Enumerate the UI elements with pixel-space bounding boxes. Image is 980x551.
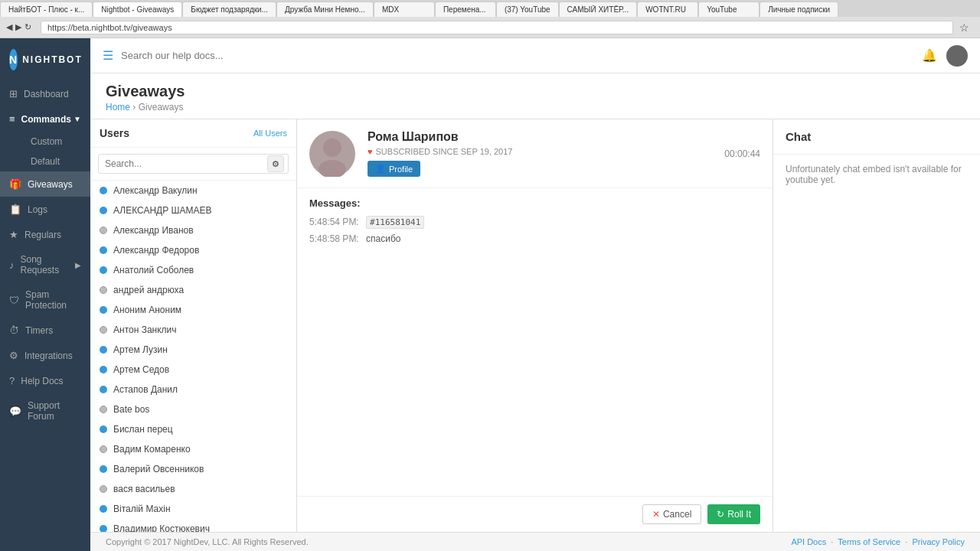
tab-active[interactable]: Nightbot - Giveaways — [93, 2, 182, 17]
chat-header: Chat — [773, 119, 980, 155]
avatar — [309, 131, 355, 177]
sidebar-item-custom[interactable]: Custom — [21, 132, 90, 152]
refresh-btn[interactable]: ↻ — [24, 22, 31, 32]
sidebar-item-giveaways[interactable]: 🎁 Giveaways — [0, 171, 90, 197]
page-footer: Copyright © 2017 NightDev, LLC. All Righ… — [90, 532, 980, 551]
users-title: Users — [100, 127, 129, 139]
sidebar-item-commands[interactable]: ≡ Commands ▼ — [0, 106, 90, 132]
sidebar-item-help-docs[interactable]: ? Help Docs — [0, 368, 90, 393]
chevron-down-icon: ▼ — [74, 115, 81, 123]
list-item[interactable]: Александр Иванов — [90, 220, 296, 240]
list-item[interactable]: Александр Вакулин — [90, 181, 296, 201]
list-item[interactable]: Антон Занклич — [90, 320, 296, 340]
tab-5[interactable]: MDX — [374, 2, 435, 17]
profile-panel: Рома Шарипов ♥ SUBSCRIBED SINCE SEP 19, … — [297, 119, 773, 532]
profile-button[interactable]: 👤 Profile — [368, 161, 420, 177]
tab-8[interactable]: САМЫЙ ХИТЁР... — [559, 2, 638, 17]
user-name: Александр Вакулин — [113, 185, 198, 196]
list-item[interactable]: Валерий Овсенников — [90, 459, 296, 479]
list-item[interactable]: вася васильев — [90, 479, 296, 499]
back-btn[interactable]: ◀ — [6, 22, 12, 32]
sidebar-item-support-forum[interactable]: 💬 Support Forum — [0, 393, 90, 429]
menu-icon[interactable]: ☰ — [103, 48, 113, 63]
tab-10[interactable]: YouTube — [698, 2, 760, 17]
tab-6[interactable]: Перемена... — [435, 2, 496, 17]
subscribed-since: SUBSCRIBED SINCE SEP 19, 2017 — [376, 147, 513, 156]
bell-icon[interactable]: 🔔 — [922, 48, 937, 63]
sidebar-item-timers[interactable]: ⏱ Timers — [0, 318, 90, 343]
sidebar-item-default[interactable]: Default — [21, 152, 90, 171]
sidebar-logo: N NIGHTBOT — [0, 38, 90, 81]
api-docs-link[interactable]: API Docs — [791, 537, 826, 546]
user-avatar[interactable] — [946, 45, 968, 67]
tab-3[interactable]: Бюджет подзарядки... — [182, 2, 276, 17]
user-name: Віталій Махін — [113, 504, 171, 514]
sidebar-item-logs[interactable]: 📋 Logs — [0, 197, 90, 222]
user-name: АЛЕКСАНДР ШАМАЕВ — [113, 205, 212, 216]
user-status-dot — [100, 187, 107, 194]
list-item[interactable]: Вадим Комаренко — [90, 439, 296, 459]
tab-7[interactable]: (37) YouTube — [496, 2, 559, 17]
user-name: Аноним Аноним — [113, 305, 181, 315]
user-status-dot — [100, 366, 107, 373]
sidebar-item-integrations[interactable]: ⚙ Integrations — [0, 343, 90, 368]
logo-text: NIGHTBOT — [22, 54, 83, 65]
sidebar-label-regulars: Regulars — [24, 230, 61, 240]
user-status-dot — [100, 485, 107, 493]
sidebar-item-song-requests[interactable]: ♪ Song Requests ▶ — [0, 247, 90, 282]
privacy-link[interactable]: Privacy Policy — [913, 537, 965, 546]
profile-info: Рома Шарипов ♥ SUBSCRIBED SINCE SEP 19, … — [368, 130, 724, 177]
tab-11[interactable]: Личные подписки — [760, 2, 838, 17]
cancel-button[interactable]: ✕ Cancel — [642, 504, 701, 524]
search-input[interactable] — [121, 50, 351, 61]
roll-it-button[interactable]: ↻ Roll It — [707, 504, 760, 524]
breadcrumb-home[interactable]: Home — [106, 102, 130, 112]
timers-icon: ⏱ — [9, 324, 19, 336]
list-item[interactable]: Віталій Махін — [90, 499, 296, 519]
list-item[interactable]: Артем Седов — [90, 360, 296, 380]
sidebar-item-regulars[interactable]: ★ Regulars — [0, 222, 90, 247]
page-title: Giveaways — [106, 83, 965, 100]
list-item[interactable]: Бислан перец — [90, 419, 296, 439]
header-right: 🔔 — [922, 45, 968, 67]
list-item[interactable]: Александр Федоров — [90, 240, 296, 260]
message-time-2: 5:48:58 PM: — [309, 233, 359, 244]
list-item[interactable]: АЛЕКСАНДР ШАМАЕВ — [90, 201, 296, 220]
list-item[interactable]: Анатолий Соболев — [90, 260, 296, 280]
list-item[interactable]: Астапов Данил — [90, 380, 296, 399]
address-bar[interactable]: https://beta.nightbot.tv/giveaways — [41, 21, 953, 34]
forward-btn[interactable]: ▶ — [15, 22, 21, 32]
user-name: Антон Занклич — [113, 324, 177, 335]
user-name: вася васильев — [113, 484, 175, 494]
profile-name: Рома Шарипов — [368, 130, 724, 144]
tab-1[interactable]: НайтБОТ - Плюс - к... — [0, 2, 93, 17]
copyright-text: Copyright © 2017 NightDev, LLC. All Righ… — [106, 537, 309, 546]
tab-bar: НайтБОТ - Плюс - к... Nightbot - Giveawa… — [0, 0, 980, 17]
user-status-dot — [100, 326, 107, 334]
user-search-icon-button[interactable]: ⚙ — [267, 155, 284, 172]
list-item[interactable]: Владимир Костюкевич — [90, 519, 296, 532]
message-item-1: 5:48:54 PM: #116581041 — [309, 217, 760, 227]
chat-title: Chat — [786, 130, 968, 143]
list-item[interactable]: Аноним Аноним — [90, 300, 296, 320]
user-status-dot — [100, 246, 107, 254]
list-item[interactable]: андрей андрюха — [90, 280, 296, 300]
star-icon[interactable]: ☆ — [959, 21, 969, 34]
tab-9[interactable]: WOTNT.RU — [637, 2, 698, 17]
tab-4[interactable]: Дружба Мини Немно... — [276, 2, 374, 17]
list-item[interactable]: Bate bos — [90, 399, 296, 419]
terms-link[interactable]: Terms of Service — [838, 537, 900, 546]
user-name: Валерий Овсенников — [113, 464, 204, 474]
sidebar-item-spam-protection[interactable]: 🛡 Spam Protection — [0, 282, 90, 318]
support-icon: 💬 — [9, 406, 21, 417]
spam-icon: 🛡 — [9, 295, 19, 306]
user-status-dot — [100, 266, 107, 274]
list-item[interactable]: Артем Лузин — [90, 340, 296, 360]
sidebar: N NIGHTBOT ⊞ Dashboard ≡ Commands ▼ Cust… — [0, 38, 90, 551]
logo-icon: N — [9, 49, 18, 70]
profile-subscribed: ♥ SUBSCRIBED SINCE SEP 19, 2017 — [368, 147, 724, 156]
sidebar-item-dashboard[interactable]: ⊞ Dashboard — [0, 81, 90, 106]
user-search-input[interactable] — [98, 154, 289, 174]
giveaways-icon: 🎁 — [9, 178, 21, 190]
all-users-button[interactable]: All Users — [253, 129, 287, 138]
